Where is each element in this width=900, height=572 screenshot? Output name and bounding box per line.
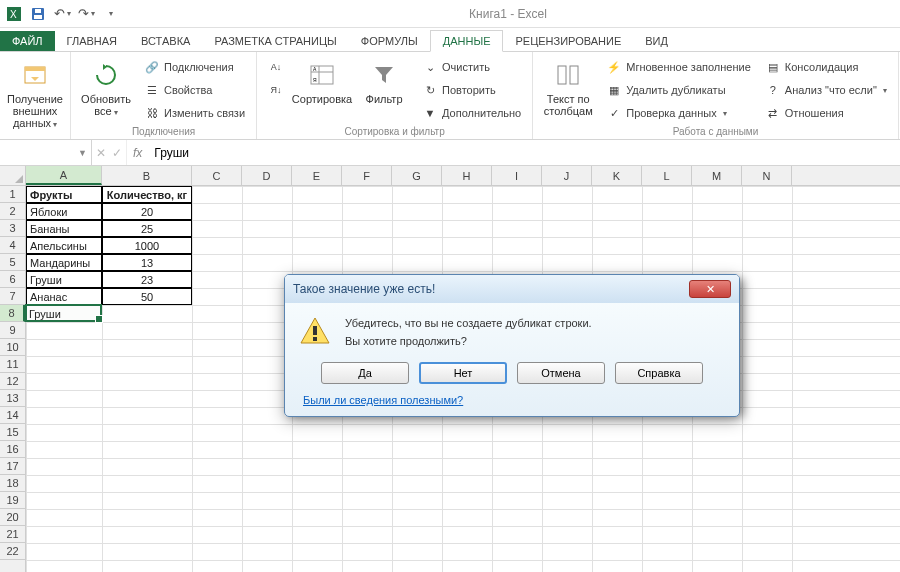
name-box[interactable]: ▼ — [0, 140, 92, 165]
cell[interactable]: 25 — [102, 220, 192, 237]
column-header[interactable]: N — [742, 166, 792, 185]
relationships-button[interactable]: ⇄Отношения — [760, 102, 892, 124]
cell[interactable]: 13 — [102, 254, 192, 271]
row-header[interactable]: 9 — [0, 322, 25, 339]
remove-duplicates-button[interactable]: ▦Удалить дубликаты — [601, 79, 756, 101]
consolidate-button[interactable]: ▤Консолидация — [760, 56, 892, 78]
excel-icon[interactable]: X — [4, 4, 24, 24]
column-header[interactable]: G — [392, 166, 442, 185]
edit-links-button[interactable]: ⛓Изменить связи — [139, 102, 250, 124]
column-header[interactable]: A — [26, 166, 102, 185]
tab-home[interactable]: ГЛАВНАЯ — [55, 31, 129, 51]
column-header[interactable]: I — [492, 166, 542, 185]
redo-icon[interactable]: ↷▾ — [76, 4, 96, 24]
cell[interactable]: 20 — [102, 203, 192, 220]
column-header[interactable]: E — [292, 166, 342, 185]
row-header[interactable]: 14 — [0, 407, 25, 424]
cell[interactable]: Апельсины — [26, 237, 102, 254]
row-header[interactable]: 22 — [0, 543, 25, 560]
select-all-button[interactable] — [0, 166, 26, 186]
cell[interactable]: Ананас — [26, 288, 102, 305]
row-header[interactable]: 20 — [0, 509, 25, 526]
warning-dialog: Такое значение уже есть! ✕ Убедитесь, чт… — [284, 274, 740, 417]
column-header[interactable]: C — [192, 166, 242, 185]
properties-button[interactable]: ☰Свойства — [139, 79, 250, 101]
sort-button[interactable]: АЯ Сортировка — [293, 56, 351, 108]
row-header[interactable]: 16 — [0, 441, 25, 458]
row-header[interactable]: 17 — [0, 458, 25, 475]
row-header[interactable]: 10 — [0, 339, 25, 356]
clear-filter-button[interactable]: ⌄Очистить — [417, 56, 526, 78]
tab-formulas[interactable]: ФОРМУЛЫ — [349, 31, 430, 51]
column-header[interactable]: M — [692, 166, 742, 185]
tab-file[interactable]: ФАЙЛ — [0, 31, 55, 51]
cell[interactable]: 23 — [102, 271, 192, 288]
sort-desc-button[interactable]: Я↓ — [263, 79, 289, 101]
column-header[interactable]: D — [242, 166, 292, 185]
row-header[interactable]: 13 — [0, 390, 25, 407]
column-header[interactable]: J — [542, 166, 592, 185]
accept-formula-icon[interactable]: ✓ — [112, 146, 122, 160]
dialog-close-button[interactable]: ✕ — [689, 280, 731, 298]
tab-page-layout[interactable]: РАЗМЕТКА СТРАНИЦЫ — [202, 31, 348, 51]
row-header[interactable]: 1 — [0, 186, 25, 203]
cell[interactable]: Бананы — [26, 220, 102, 237]
text-to-columns-button[interactable]: Текст по столбцам — [539, 56, 597, 120]
cell[interactable]: Фрукты — [26, 186, 102, 203]
column-header[interactable]: B — [102, 166, 192, 185]
flash-fill-button[interactable]: ⚡Мгновенное заполнение — [601, 56, 756, 78]
tab-view[interactable]: ВИД — [633, 31, 680, 51]
advanced-filter-button[interactable]: ▼Дополнительно — [417, 102, 526, 124]
insert-function-button[interactable]: fx — [127, 146, 148, 160]
row-header[interactable]: 8 — [0, 305, 25, 322]
row-header[interactable]: 7 — [0, 288, 25, 305]
dialog-help-button[interactable]: Справка — [615, 362, 703, 384]
row-header[interactable]: 3 — [0, 220, 25, 237]
qat-customize-icon[interactable]: ▾ — [100, 4, 120, 24]
column-header[interactable]: F — [342, 166, 392, 185]
whatif-button[interactable]: ?Анализ "что если"▾ — [760, 79, 892, 101]
cell[interactable]: 50 — [102, 288, 192, 305]
cell[interactable]: Мандарины — [26, 254, 102, 271]
dialog-titlebar[interactable]: Такое значение уже есть! ✕ — [285, 275, 739, 303]
name-box-input[interactable] — [6, 146, 66, 160]
tab-review[interactable]: РЕЦЕНЗИРОВАНИЕ — [503, 31, 633, 51]
row-header[interactable]: 12 — [0, 373, 25, 390]
cell[interactable]: 1000 — [102, 237, 192, 254]
save-icon[interactable] — [28, 4, 48, 24]
data-validation-button[interactable]: ✓Проверка данных▾ — [601, 102, 756, 124]
cell[interactable]: Количество, кг — [102, 186, 192, 203]
dialog-yes-button[interactable]: Да — [321, 362, 409, 384]
name-box-dropdown-icon[interactable]: ▼ — [78, 148, 87, 158]
row-header[interactable]: 21 — [0, 526, 25, 543]
row-header[interactable]: 15 — [0, 424, 25, 441]
dialog-feedback-link[interactable]: Были ли сведения полезными? — [303, 394, 463, 406]
row-header[interactable]: 18 — [0, 475, 25, 492]
dialog-no-button[interactable]: Нет — [419, 362, 507, 384]
cancel-formula-icon[interactable]: ✕ — [96, 146, 106, 160]
row-header[interactable]: 19 — [0, 492, 25, 509]
cell[interactable]: Груши — [26, 271, 102, 288]
undo-icon[interactable]: ↶▾ — [52, 4, 72, 24]
tab-data[interactable]: ДАННЫЕ — [430, 30, 504, 52]
column-header[interactable]: L — [642, 166, 692, 185]
column-header[interactable]: H — [442, 166, 492, 185]
column-header[interactable]: K — [592, 166, 642, 185]
reapply-button[interactable]: ↻Повторить — [417, 79, 526, 101]
row-header[interactable]: 6 — [0, 271, 25, 288]
row-header[interactable]: 4 — [0, 237, 25, 254]
cell[interactable]: Яблоки — [26, 203, 102, 220]
cell[interactable] — [102, 305, 192, 322]
connections-button[interactable]: 🔗Подключения — [139, 56, 250, 78]
sort-asc-button[interactable]: А↓ — [263, 56, 289, 78]
filter-button[interactable]: Фильтр — [355, 56, 413, 108]
get-external-data-button[interactable]: Получение внешних данных▾ — [6, 56, 64, 133]
row-header[interactable]: 5 — [0, 254, 25, 271]
dialog-cancel-button[interactable]: Отмена — [517, 362, 605, 384]
tab-insert[interactable]: ВСТАВКА — [129, 31, 202, 51]
refresh-all-button[interactable]: Обновить все▾ — [77, 56, 135, 121]
row-header[interactable]: 2 — [0, 203, 25, 220]
cell[interactable]: Груши — [26, 305, 102, 322]
row-header[interactable]: 11 — [0, 356, 25, 373]
formula-input[interactable] — [148, 140, 900, 165]
